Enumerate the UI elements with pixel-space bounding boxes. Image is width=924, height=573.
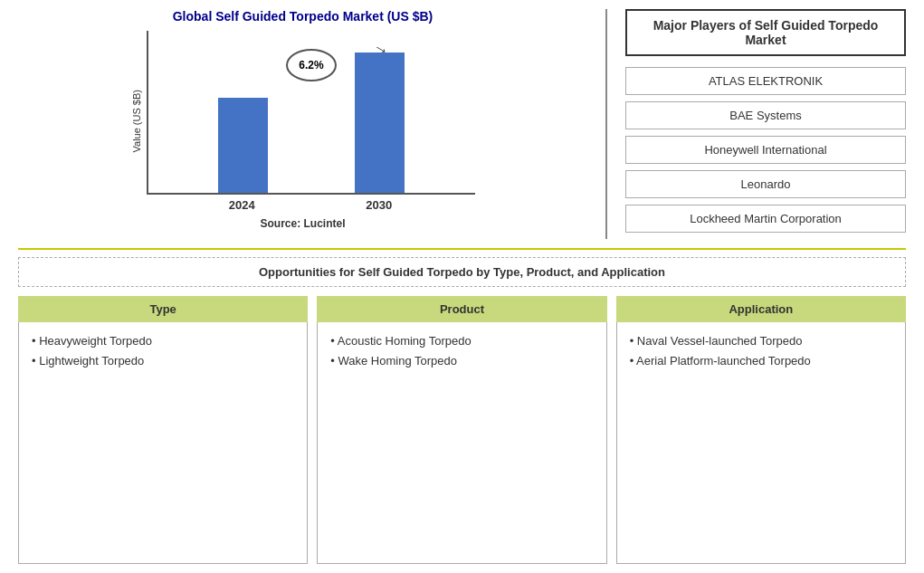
chart-area: Global Self Guided Torpedo Market (US $B… bbox=[18, 9, 596, 239]
chart-bars-wrapper: 6.2% → bbox=[147, 31, 475, 195]
opp-item-product-1: Wake Homing Torpedo bbox=[330, 351, 593, 371]
cagr-bubble: 6.2% bbox=[286, 49, 337, 81]
top-section: Global Self Guided Torpedo Market (US $B… bbox=[18, 9, 906, 250]
players-area: Major Players of Self Guided Torpedo Mar… bbox=[616, 9, 906, 239]
opp-body-product: Acoustic Homing Torpedo Wake Homing Torp… bbox=[317, 322, 606, 564]
bar-2030 bbox=[355, 53, 405, 193]
x-label-2024: 2024 bbox=[174, 195, 311, 212]
player-item-1: BAE Systems bbox=[625, 101, 906, 129]
opportunities-grid: Type Heavyweight Torpedo Lightweight Tor… bbox=[18, 296, 906, 564]
opp-list-application: Naval Vessel-launched Torpedo Aerial Pla… bbox=[630, 331, 892, 371]
chart-inner: 6.2% → 2 bbox=[147, 31, 475, 212]
opp-item-type-1: Lightweight Torpedo bbox=[32, 351, 294, 371]
vertical-divider bbox=[605, 9, 607, 239]
opp-body-type: Heavyweight Torpedo Lightweight Torpedo bbox=[18, 322, 308, 564]
source-label: Source: Lucintel bbox=[260, 217, 345, 230]
opp-header-product: Product bbox=[317, 296, 606, 322]
opp-item-type-0: Heavyweight Torpedo bbox=[32, 331, 294, 351]
opp-column-type: Type Heavyweight Torpedo Lightweight Tor… bbox=[18, 296, 308, 564]
player-item-4: Lockheed Martin Corporation bbox=[625, 205, 906, 233]
player-item-3: Leonardo bbox=[625, 170, 906, 198]
x-label-2030: 2030 bbox=[310, 195, 448, 212]
opp-header-type: Type bbox=[18, 296, 308, 322]
opportunities-title: Opportunities for Self Guided Torpedo by… bbox=[18, 257, 906, 287]
player-item-2: Honeywell International bbox=[625, 136, 906, 164]
bottom-section: Opportunities for Self Guided Torpedo by… bbox=[18, 257, 906, 564]
opp-list-product: Acoustic Homing Torpedo Wake Homing Torp… bbox=[330, 331, 593, 371]
players-title: Major Players of Self Guided Torpedo Mar… bbox=[625, 9, 906, 56]
opp-body-application: Naval Vessel-launched Torpedo Aerial Pla… bbox=[616, 322, 906, 564]
chart-y-label: Value (US $B) bbox=[131, 90, 142, 153]
opp-column-product: Product Acoustic Homing Torpedo Wake Hom… bbox=[317, 296, 606, 564]
opp-column-application: Application Naval Vessel-launched Torped… bbox=[616, 296, 906, 564]
opp-item-application-0: Naval Vessel-launched Torpedo bbox=[630, 331, 892, 351]
page: Global Self Guided Torpedo Market (US $B… bbox=[0, 0, 924, 573]
chart-title: Global Self Guided Torpedo Market (US $B… bbox=[173, 9, 433, 24]
opp-header-application: Application bbox=[616, 296, 906, 322]
opp-item-application-1: Aerial Platform-launched Torpedo bbox=[630, 351, 892, 371]
chart-container: Value (US $B) 6.2% → bbox=[131, 31, 475, 212]
opp-item-product-0: Acoustic Homing Torpedo bbox=[330, 331, 593, 351]
cagr-value: 6.2% bbox=[299, 59, 323, 72]
x-axis-labels: 2024 2030 bbox=[147, 195, 475, 212]
opp-list-type: Heavyweight Torpedo Lightweight Torpedo bbox=[32, 331, 294, 371]
bar-2024 bbox=[218, 98, 268, 193]
player-item-0: ATLAS ELEKTRONIK bbox=[625, 67, 906, 95]
